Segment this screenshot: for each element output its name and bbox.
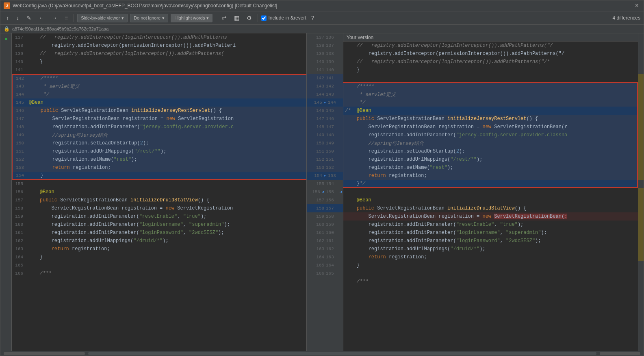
right-code-area[interactable]: // registry.addInterceptor(loginIntercep… (343, 41, 638, 351)
divider-row: 148147 (307, 123, 343, 131)
main-window: J WebConfig.java (D:\javaSource\efp4_boo… (0, 0, 644, 356)
menu-button[interactable]: ≡ (62, 13, 70, 23)
table-row: return registration; (343, 172, 638, 180)
table-row: * servlet定义 (343, 90, 638, 98)
table-row: 166 /*** (12, 269, 306, 277)
table-row: public ServletRegistrationBean initializ… (343, 115, 638, 123)
table-row: 146 public ServletRegistrationBean initi… (12, 107, 306, 115)
table-row: public ServletRegistrationBean initializ… (343, 204, 638, 212)
ignore-dropdown-button[interactable]: Do not ignore ▾ (130, 14, 168, 22)
diff-marker (638, 261, 644, 269)
adjust-button[interactable]: ⇄ (219, 13, 229, 23)
divider-row: 164163 (307, 253, 343, 261)
table-row: 154 } (12, 172, 306, 180)
viewer-dropdown-button[interactable]: Side-by-side viewer ▾ (77, 14, 128, 22)
separator1 (74, 14, 74, 22)
table-row: 138 registry.addInterceptor(permissionIn… (12, 41, 306, 50)
divider-row: 137136 (307, 33, 343, 41)
table-row (343, 188, 638, 196)
table-row: 148 registration.addInitParameter("jerse… (12, 123, 306, 131)
diff-marker (638, 58, 644, 66)
include-revert-checkbox[interactable]: Include in &revert (261, 15, 306, 21)
table-row: 149 //spring与Jersey结合 (12, 131, 306, 139)
edit-button[interactable]: ✎ (24, 13, 34, 23)
diff-marker (638, 41, 644, 50)
table-row: 141 (12, 66, 306, 74)
table-row: 165 (12, 261, 306, 269)
forward-button[interactable]: → (49, 13, 60, 23)
table-row: 144 */ (12, 90, 306, 98)
left-side-tabs (0, 33, 12, 351)
diff-marker-changed (638, 212, 644, 221)
divider-row: 165164 (307, 261, 343, 269)
diff-marker (638, 50, 644, 58)
separator2 (216, 14, 216, 22)
divider-row: 139138 (307, 50, 343, 58)
scroll-up-button[interactable]: ↑ (4, 13, 11, 23)
diff-marker-changed (638, 229, 644, 237)
back-button[interactable]: ← (36, 13, 47, 23)
divider-row: 145⇐144 (307, 98, 343, 107)
diff-marker (638, 269, 644, 277)
table-row: */ (343, 98, 638, 107)
left-code-panel[interactable]: 137 // registry.addInterceptor(loginInte… (12, 33, 307, 351)
highlight-label: Highlight words (174, 15, 205, 20)
divider-row: 155154 (307, 180, 343, 188)
divider-row: 138137 (307, 41, 343, 50)
settings-button[interactable]: ⚙ (244, 13, 254, 23)
right-code-panel[interactable]: Your version // registry.addInterceptor(… (343, 33, 638, 351)
table-row: 161 registration.addInitParameter("login… (12, 229, 306, 237)
diff-marker-changed (638, 164, 644, 172)
table-row: 164 } (12, 253, 306, 261)
divider-row: 140139 (307, 58, 343, 66)
diff-marker-gutter (638, 33, 644, 351)
version-label: Your version (347, 35, 373, 40)
divider-row: 158157 (307, 204, 343, 212)
table-row (343, 74, 638, 82)
table-row: registration.addInitParameter("resetEnab… (343, 221, 638, 229)
horizontal-scrollbar[interactable] (0, 351, 644, 356)
table-row: }*/ (343, 180, 638, 188)
help-button[interactable]: ? (309, 13, 317, 23)
diff-marker-changed (638, 115, 644, 123)
divider-row: 152151 (307, 155, 343, 164)
divider-row: 156↺155↺ (307, 188, 343, 196)
divider-row: 151150 (307, 147, 343, 155)
table-row: 139 // registry.addInterceptor(logInterc… (12, 50, 306, 58)
lock-icon: 🔒 (4, 26, 10, 32)
divider-row: 163162 (307, 245, 343, 253)
table-row: 151 registration.addUrlMappings("/rest/*… (12, 147, 306, 155)
version-header: Your version (343, 33, 638, 41)
table-row: //spring与Jersey结合 (343, 139, 638, 147)
diff-marker-changed (638, 82, 644, 90)
table-row: 156 @Bean (12, 188, 306, 196)
diff-marker-changed (638, 90, 644, 98)
table-row: registration.setLoadOnStartup(2); (343, 147, 638, 155)
table-row: /*** (343, 277, 638, 286)
diff-marker-changed (638, 147, 644, 155)
diff-marker (638, 66, 644, 74)
title-bar-left: J WebConfig.java (D:\javaSource\efp4_boo… (4, 2, 277, 9)
table-button[interactable]: ▦ (232, 13, 242, 23)
table-row: /***** (343, 82, 638, 90)
table-row: } (343, 261, 638, 269)
scroll-down-button[interactable]: ↓ (14, 13, 22, 23)
table-row: // registry.addInterceptor(loginIntercep… (343, 41, 638, 50)
table-row: registration.addUrlMappings("/rest/*"); (343, 155, 638, 164)
divider-row: 153152 (307, 164, 343, 172)
highlight-dropdown-button[interactable]: Highlight words ▾ (171, 14, 212, 22)
viewer-chevron: ▾ (121, 15, 124, 21)
separator3 (258, 14, 258, 22)
divider-row: 157156 (307, 196, 343, 204)
diff-marker-changed (638, 221, 644, 229)
diff-marker (638, 33, 644, 41)
diff-count: 4 differences (613, 15, 641, 21)
table-row: registry.addInterceptor(permissionInterc… (343, 50, 638, 58)
table-row: registration.setName("rest"); (343, 164, 638, 172)
close-button[interactable]: × (633, 2, 640, 9)
divider-row: 144143 (307, 90, 343, 98)
diff-marker (638, 180, 644, 188)
left-code-area[interactable]: 137 // registry.addInterceptor(loginInte… (12, 33, 306, 351)
divider-row: 154⇐153 (307, 172, 343, 180)
diff-marker-changed (638, 253, 644, 261)
